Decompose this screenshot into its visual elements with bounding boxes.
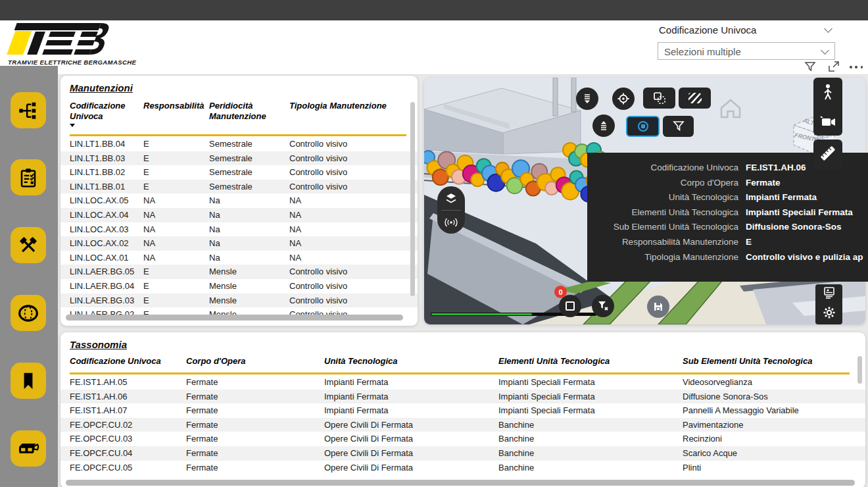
vertical-scrollbar[interactable] — [857, 356, 862, 384]
table-cell: E — [143, 151, 209, 166]
sidebar-item-bookmark[interactable] — [11, 363, 46, 399]
table-row[interactable]: FE.OPCF.CU.04FermateOpere Civili Di Ferm… — [60, 446, 865, 461]
tooltip-row: Corpo d'OperaFermate — [587, 178, 868, 193]
measure-button[interactable] — [819, 144, 837, 165]
table-row[interactable]: FE.IST1.AH.05FermateImpianti FermataImpi… — [60, 375, 865, 390]
load-more-down-button[interactable] — [576, 88, 598, 110]
filter-icon[interactable] — [804, 60, 817, 73]
table-cell: Na — [209, 236, 289, 251]
ghost-elements-button[interactable] — [643, 88, 675, 109]
table-row[interactable]: LIN.LT1.BB.02ESemestraleControllo visivo — [60, 165, 418, 180]
table-cell: Impianti Speciali Fermata — [498, 375, 683, 390]
table-cell: E — [143, 279, 209, 294]
table-cell: E — [143, 265, 209, 279]
table-row[interactable]: LIN.LOC.AX.04NANaNA — [60, 208, 418, 222]
tooltip-label: Codificazione Univoca — [587, 163, 738, 178]
column-header-elementi-unita[interactable]: Elementi Unità Tecnologica — [498, 355, 683, 368]
element-tooltip: Codificazione UnivocaFE.IST1.AH.06Corpo … — [587, 153, 868, 282]
table-cell: NA — [289, 222, 418, 237]
column-header-codificazione-univoca[interactable]: Codificazione Univoca — [70, 355, 186, 368]
tooltip-row: Elementi Unità TecnologicaImpianti Speci… — [587, 207, 868, 222]
layers-icon — [445, 193, 457, 203]
square-outline-icon — [565, 301, 575, 311]
table-cell: LIN.LOC.AX.01 — [70, 251, 143, 265]
table-row[interactable]: FE.IST1.AH.07FermateImpianti FermataImpi… — [60, 403, 865, 418]
table-cell: NA — [289, 208, 418, 222]
table-cell: NA — [143, 236, 209, 251]
tooltip-row: Responsabilità ManutenzioneE — [587, 237, 868, 252]
table-cell: Controllo visivo — [289, 294, 418, 308]
horizontal-scrollbar[interactable] — [66, 315, 403, 320]
table-cell: LIN.LOC.AX.04 — [70, 208, 143, 222]
sidebar-item-globe[interactable] — [11, 295, 46, 331]
slicer-dropdown[interactable]: Selezioni multiple — [658, 42, 835, 60]
chevron-down-icon — [821, 46, 829, 55]
tooltip-value: Controllo visivo e pulizia ap — [746, 252, 868, 267]
filter-elements-button[interactable] — [663, 116, 694, 137]
ghost-icon — [653, 91, 666, 105]
table-row[interactable]: LIN.LAER.BG.04EMensleControllo visivo — [60, 279, 418, 294]
horizontal-scrollbar[interactable] — [66, 480, 855, 486]
save-view-button[interactable] — [647, 295, 669, 318]
hatch-elements-button[interactable] — [679, 88, 711, 109]
column-header-responsabilita[interactable]: Responsabilità — [143, 99, 209, 128]
camera-views-button[interactable] — [819, 115, 836, 130]
selection-window-button[interactable] — [559, 295, 581, 317]
table-cell: Fermate — [186, 375, 324, 390]
column-header-codificazione-univoca[interactable]: Codificazione Univoca — [70, 99, 143, 128]
table-cell: Fermate — [186, 403, 324, 418]
focus-mode-icon[interactable] — [827, 60, 840, 73]
more-options-icon[interactable] — [850, 60, 863, 73]
table-row[interactable]: FE.OPCF.CU.02FermateOpere Civili Di Ferm… — [60, 418, 865, 432]
table-row[interactable]: LIN.LT1.BB.04ESemestraleControllo visivo — [60, 137, 418, 151]
table-cell: Na — [209, 208, 289, 222]
table-row[interactable]: LIN.LOC.AX.03NANaNA — [60, 222, 418, 237]
select-mode-button[interactable] — [626, 116, 660, 137]
table-row[interactable]: LIN.LOC.AX.02NANaNA — [60, 236, 418, 251]
sidebar-item-hierarchy[interactable] — [11, 92, 46, 128]
table-row[interactable]: LIN.LT1.BB.03ESemestraleControllo visivo — [60, 151, 418, 166]
table-cell: Impianti Speciali Fermata — [498, 403, 683, 418]
table-cell: Diffusione Sonora-Sos — [683, 390, 865, 404]
signal-button[interactable] — [437, 211, 465, 234]
table-cell: FE.IST1.AH.05 — [70, 375, 186, 390]
tooltip-label: Tipologia Manutenzione — [587, 252, 738, 267]
clear-filter-button[interactable] — [592, 295, 614, 317]
table-cell: Semestrale — [209, 180, 289, 194]
tooltip-value: FE.IST1.AH.06 — [746, 163, 868, 178]
table-cell: FE.OPCF.CU.02 — [70, 418, 186, 432]
table-cell: NA — [289, 251, 418, 265]
column-header-peridiocita[interactable]: Peridiocità Manutenzione — [209, 99, 289, 128]
table-row[interactable]: FE.IST1.AH.06FermateImpianti FermataImpi… — [60, 390, 865, 404]
table-row[interactable]: LIN.LAER.BG.05EMensleControllo visivo — [60, 265, 418, 279]
slicer-title[interactable]: Codificazione Univoca — [659, 24, 836, 36]
sidebar-item-checklist[interactable] — [11, 159, 46, 195]
column-header-sub-elementi-unita[interactable]: Sub Elementi Unità Tecnologica — [683, 355, 850, 368]
sidebar-item-maintenance[interactable] — [11, 227, 46, 263]
load-more-up-button[interactable] — [592, 115, 615, 137]
hierarchy-icon — [18, 101, 38, 120]
table-cell: Na — [209, 251, 289, 265]
table-row[interactable]: LIN.LOC.AX.05NANaNA — [60, 193, 418, 208]
table-cell: NA — [289, 193, 418, 208]
properties-panel-button[interactable] — [823, 287, 835, 301]
first-person-button[interactable] — [823, 84, 833, 103]
person-icon — [823, 84, 833, 101]
funnel-icon — [673, 120, 685, 132]
table-row[interactable]: FE.OPCF.CU.03FermateOpere Civili Di Ferm… — [60, 432, 865, 446]
layers-button[interactable] — [437, 186, 465, 210]
column-header-corpo-opera[interactable]: Corpo d'Opera — [186, 355, 324, 368]
viewer-settings-button[interactable] — [823, 306, 836, 322]
vertical-scrollbar[interactable] — [410, 102, 415, 296]
column-header-tipologia[interactable]: Tipologia Manutenzione — [289, 99, 409, 128]
table-row[interactable]: LIN.LT1.BB.01ESemestraleControllo visivo — [60, 180, 418, 194]
table-row[interactable]: LIN.LOC.AX.01NANaNA — [60, 251, 418, 265]
table-cell: Controllo visivo — [289, 265, 418, 279]
table-row[interactable]: LIN.LAER.BG.03EMensleControllo visivo — [60, 294, 418, 308]
locate-button[interactable] — [612, 88, 635, 110]
table-cell: Opere Civili Di Fermata — [324, 446, 498, 461]
table-row[interactable]: FE.OPCF.CU.05FermateOpere Civili Di Ferm… — [60, 461, 865, 475]
column-header-unita-tecnologica[interactable]: Unità Tecnologica — [324, 355, 498, 368]
table-cell: FE.IST1.AH.07 — [70, 403, 186, 418]
sidebar-item-3d-view[interactable] — [11, 430, 46, 467]
